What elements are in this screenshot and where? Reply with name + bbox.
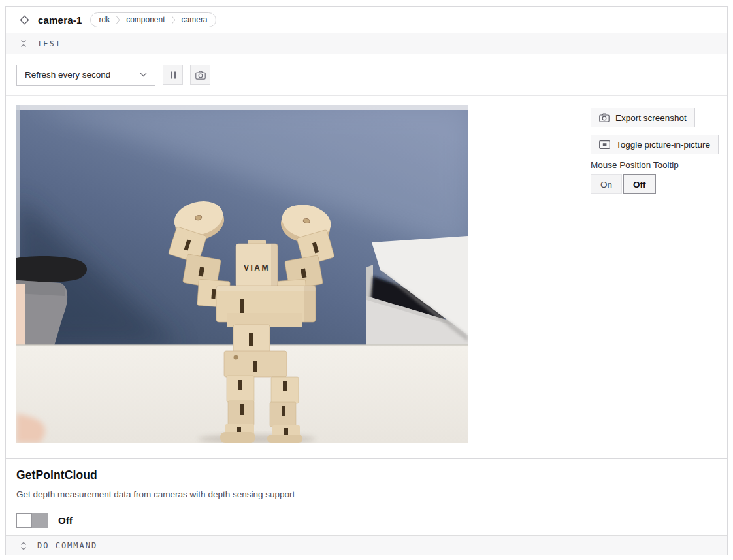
panel-header: camera-1 rdk component camera [6, 7, 727, 33]
breadcrumb-item-rdk: rdk [99, 15, 110, 24]
component-title: camera-1 [38, 14, 82, 25]
test-section-label: TEST [37, 39, 61, 48]
toggle-track [32, 513, 48, 528]
camera-component-panel: camera-1 rdk component camera TEST Refre… [5, 6, 728, 555]
do-command-section-header[interactable]: DO COMMAND [6, 535, 727, 555]
export-screenshot-label: Export screenshot [615, 113, 687, 123]
get-point-cloud-description: Get depth measurement data from cameras … [16, 489, 717, 499]
chevron-separator-icon [171, 16, 176, 24]
refresh-rate-select[interactable]: Refresh every second [16, 65, 155, 86]
get-point-cloud-title: GetPointCloud [16, 469, 717, 482]
mouse-tooltip-segmented-control: On Off [591, 174, 656, 194]
export-screenshot-button[interactable]: Export screenshot [591, 108, 695, 127]
camera-icon [195, 71, 206, 80]
breadcrumb: rdk component camera [90, 12, 216, 27]
photo-cabinet [366, 236, 468, 346]
collapse-icon [20, 39, 27, 48]
chevron-separator-icon [116, 16, 120, 24]
mouse-tooltip-label: Mouse Position Tooltip [591, 160, 679, 170]
expand-icon [20, 542, 27, 550]
test-section-header[interactable]: TEST [6, 33, 727, 54]
pause-icon [170, 71, 176, 79]
get-point-cloud-section: GetPointCloud Get depth measurement data… [6, 458, 727, 535]
breadcrumb-item-camera: camera [182, 15, 208, 24]
robot-viam-logo: VIAM [244, 263, 270, 272]
toggle-pip-button[interactable]: Toggle picture-in-picture [591, 135, 719, 154]
toggle-knob [16, 513, 32, 528]
camera-icon [599, 113, 610, 122]
refresh-rate-value: Refresh every second [25, 70, 110, 80]
component-diamond-icon [20, 15, 29, 25]
get-point-cloud-toggle[interactable] [16, 513, 48, 528]
chevron-down-icon [140, 73, 147, 77]
breadcrumb-item-component: component [126, 15, 165, 24]
mouse-tooltip-off-button[interactable]: Off [623, 174, 656, 194]
refresh-controls-row: Refresh every second [6, 54, 727, 96]
toggle-pip-label: Toggle picture-in-picture [616, 140, 710, 150]
camera-feed-image: VIAM [16, 105, 468, 443]
test-content: VIAM [6, 96, 727, 458]
picture-in-picture-icon [599, 140, 610, 149]
get-point-cloud-toggle-state: Off [58, 515, 73, 526]
mouse-tooltip-on-button[interactable]: On [591, 174, 622, 194]
screenshot-button[interactable] [190, 65, 210, 85]
pause-button[interactable] [163, 65, 183, 85]
do-command-section-label: DO COMMAND [37, 541, 97, 550]
